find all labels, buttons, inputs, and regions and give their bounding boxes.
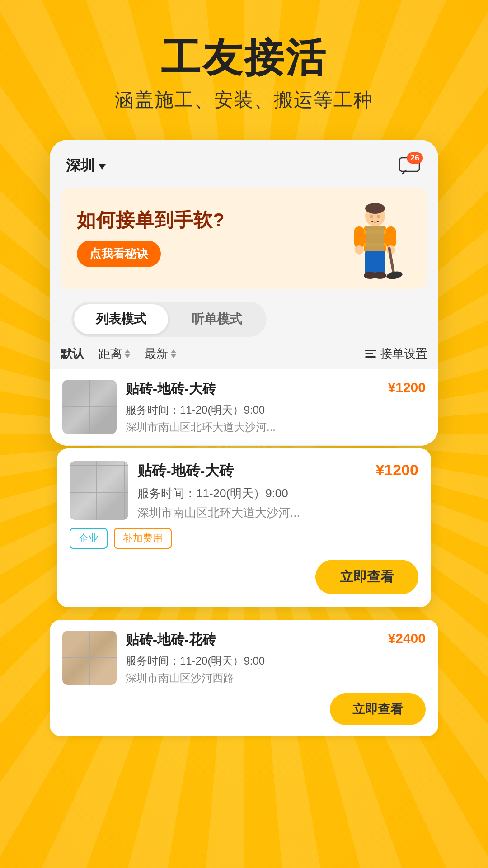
expanded-location: 深圳市南山区北环大道大沙河... <box>137 505 418 521</box>
filter-settings[interactable]: 接单设置 <box>365 346 427 362</box>
svg-rect-12 <box>354 226 364 248</box>
svg-point-2 <box>365 203 385 214</box>
filter-default[interactable]: 默认 <box>61 346 84 362</box>
distance-sort-icon <box>125 349 130 358</box>
message-badge: 26 <box>407 152 423 164</box>
job-price-1: ¥1200 <box>388 380 426 395</box>
job-time-1: 服务时间：11-20(明天）9:00 <box>126 403 426 417</box>
job-title-3: 贴砖-地砖-花砖 <box>126 631 216 649</box>
expanded-top: 贴砖-地砖-大砖 ¥1200 服务时间：11-20(明天）9:00 深圳市南山区… <box>70 461 418 521</box>
filter-distance[interactable]: 距离 <box>99 346 130 362</box>
message-button[interactable]: 26 <box>397 153 422 179</box>
tag-company: 企业 <box>70 528 108 549</box>
job-location-3: 深圳市南山区沙河西路 <box>126 671 426 685</box>
city-selector[interactable]: 深圳 <box>66 156 106 176</box>
svg-rect-7 <box>364 226 386 253</box>
filter-latest[interactable]: 最新 <box>145 346 176 362</box>
job-location-1: 深圳市南山区北环大道大沙河... <box>126 420 426 434</box>
tab-list-mode[interactable]: 列表模式 <box>74 304 168 334</box>
expanded-price: ¥1200 <box>375 461 418 479</box>
job-thumbnail-1 <box>62 380 117 434</box>
filter-row: 默认 距离 最新 接 <box>50 337 438 369</box>
job-time-3: 服务时间：11-20(明天）9:00 <box>126 654 426 668</box>
app-card: 深圳 26 如何接单到手软? 点我看秘诀 <box>50 140 438 446</box>
job-thumbnail-3 <box>62 631 117 685</box>
hero-title: 工友接活 <box>161 36 327 80</box>
city-dropdown-arrow <box>99 164 106 170</box>
mode-tabs: 列表模式 听单模式 <box>71 302 267 337</box>
job-info-3: 贴砖-地砖-花砖 ¥2400 服务时间：11-20(明天）9:00 深圳市南山区… <box>126 631 426 685</box>
job-title-1: 贴砖-地砖-大砖 <box>126 380 216 398</box>
expanded-info: 贴砖-地砖-大砖 ¥1200 服务时间：11-20(明天）9:00 深圳市南山区… <box>137 461 418 521</box>
view-button-3[interactable]: 立即查看 <box>330 693 426 725</box>
worker-illustration <box>339 202 411 283</box>
job-price-3: ¥2400 <box>388 631 426 646</box>
tag-extra: 补加费用 <box>114 528 172 549</box>
svg-point-19 <box>377 215 380 218</box>
view-button-expanded[interactable]: 立即查看 <box>315 560 418 594</box>
banner-button[interactable]: 点我看秘诀 <box>77 241 161 267</box>
app-topbar: 深圳 26 <box>50 140 438 188</box>
svg-point-18 <box>370 215 373 218</box>
banner[interactable]: 如何接单到手软? 点我看秘诀 <box>61 188 427 289</box>
hero-subtitle: 涵盖施工、安装、搬运等工种 <box>115 87 373 113</box>
latest-sort-icon <box>171 349 176 358</box>
banner-title: 如何接单到手软? <box>77 209 339 231</box>
city-label: 深圳 <box>66 156 95 176</box>
settings-icon <box>365 350 376 358</box>
job-info-1: 贴砖-地砖-大砖 ¥1200 服务时间：11-20(明天）9:00 深圳市南山区… <box>117 380 426 434</box>
job-card-expanded[interactable]: 贴砖-地砖-大砖 ¥1200 服务时间：11-20(明天）9:00 深圳市南山区… <box>57 448 431 607</box>
banner-text: 如何接单到手软? 点我看秘诀 <box>77 209 339 267</box>
expanded-time: 服务时间：11-20(明天）9:00 <box>137 486 418 501</box>
expanded-title: 贴砖-地砖-大砖 <box>137 461 234 481</box>
svg-point-14 <box>355 245 364 255</box>
job-card-1[interactable]: 贴砖-地砖-大砖 ¥1200 服务时间：11-20(明天）9:00 深圳市南山区… <box>50 369 438 446</box>
svg-rect-13 <box>386 226 396 248</box>
job-card-bottom[interactable]: 贴砖-地砖-花砖 ¥2400 服务时间：11-20(明天）9:00 深圳市南山区… <box>50 620 438 736</box>
svg-point-17 <box>386 270 403 280</box>
svg-point-11 <box>374 272 386 279</box>
tags-row: 企业 补加费用 <box>70 528 418 549</box>
banner-figure <box>339 202 411 274</box>
tab-listen-mode[interactable]: 听单模式 <box>170 304 264 334</box>
expanded-thumbnail <box>70 461 128 520</box>
